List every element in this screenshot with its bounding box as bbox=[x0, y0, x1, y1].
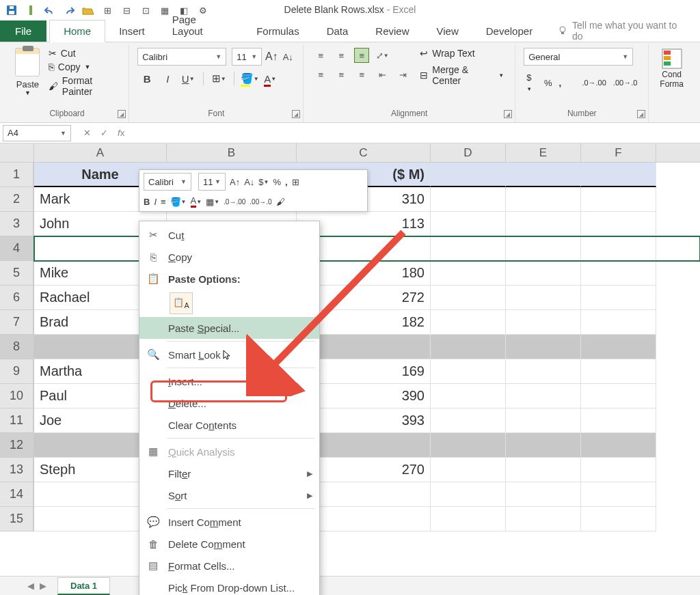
cell-F14[interactable] bbox=[581, 482, 656, 507]
font-name-select[interactable]: Calibri▼ bbox=[137, 48, 226, 66]
col-header-C[interactable]: C bbox=[297, 143, 431, 162]
row-10[interactable]: Paul390 bbox=[34, 384, 700, 409]
cell-F13[interactable] bbox=[581, 458, 656, 482]
font-color-button[interactable]: A ▼ bbox=[263, 71, 277, 86]
cell-F8[interactable] bbox=[581, 335, 656, 359]
insert-function-icon[interactable]: fx bbox=[118, 128, 124, 138]
cell-E5[interactable] bbox=[506, 261, 581, 286]
cell-D13[interactable] bbox=[431, 458, 506, 482]
tab-home[interactable]: Home bbox=[49, 20, 105, 42]
mini-size-select[interactable]: 11▼ bbox=[198, 173, 226, 191]
mini-fill-icon[interactable]: 🪣▼ bbox=[170, 193, 187, 210]
number-launcher[interactable]: ◢ bbox=[637, 110, 645, 118]
row-header-2[interactable]: 2 bbox=[0, 187, 34, 212]
row-header-13[interactable]: 13 bbox=[0, 458, 34, 482]
tree-icon[interactable]: ⊞ bbox=[101, 4, 113, 16]
fill-color-button[interactable]: 🪣 ▼ bbox=[243, 71, 256, 86]
cell-F4[interactable] bbox=[581, 236, 656, 261]
paste-button[interactable]: Paste ▼ bbox=[11, 45, 44, 99]
increase-font-icon[interactable]: A↑ bbox=[265, 49, 278, 64]
copy-button[interactable]: ⎘Copy ▼ bbox=[49, 61, 123, 72]
row-9[interactable]: Martha169 bbox=[34, 359, 700, 384]
sheet-tab-data1[interactable]: Data 1 bbox=[57, 577, 110, 595]
cell-D11[interactable] bbox=[431, 409, 506, 433]
col-header-E[interactable]: E bbox=[506, 143, 581, 162]
row-8[interactable] bbox=[34, 335, 700, 359]
row-header-10[interactable]: 10 bbox=[0, 384, 34, 409]
row-14[interactable] bbox=[34, 482, 700, 507]
row-15[interactable] bbox=[34, 507, 700, 531]
mini-font-select[interactable]: Calibri▼ bbox=[144, 173, 191, 191]
sheet-next-icon[interactable]: ▶ bbox=[40, 581, 46, 591]
tab-page-layout[interactable]: Page Layout bbox=[159, 9, 243, 42]
open-icon[interactable] bbox=[82, 4, 94, 16]
undo-icon[interactable] bbox=[44, 4, 56, 16]
row-13[interactable]: Steph270 bbox=[34, 458, 700, 482]
indent-decrease-icon[interactable]: ⇤ bbox=[375, 67, 390, 82]
group-icon[interactable]: ⊟ bbox=[120, 4, 133, 16]
row-header-14[interactable]: 14 bbox=[0, 482, 34, 507]
cell-D6[interactable] bbox=[431, 286, 506, 310]
cell-D12[interactable] bbox=[431, 433, 506, 458]
col-header-A[interactable]: A bbox=[34, 143, 167, 162]
row-header-15[interactable]: 15 bbox=[0, 507, 34, 531]
cm-insert[interactable]: Insert... bbox=[139, 370, 319, 392]
row-6[interactable]: Rachael272 bbox=[34, 286, 700, 310]
cm-paste-keep-source[interactable]: 📋A bbox=[170, 292, 193, 314]
align-bottom-icon[interactable]: ≡ bbox=[354, 48, 369, 63]
cell-D3[interactable] bbox=[431, 212, 506, 236]
cell-F9[interactable] bbox=[581, 359, 656, 384]
cell-F1[interactable] bbox=[581, 163, 656, 187]
mini-dec-decimal-icon[interactable]: .00→.0 bbox=[250, 193, 271, 210]
tab-developer[interactable]: Developer bbox=[472, 20, 546, 42]
row-4[interactable] bbox=[34, 236, 700, 261]
cm-cut[interactable]: ✂Cut bbox=[139, 224, 319, 246]
name-box[interactable]: A4▼ bbox=[3, 125, 71, 141]
format-painter-button[interactable]: 🖌Format Painter bbox=[49, 75, 123, 97]
align-middle-icon[interactable]: ≡ bbox=[334, 48, 349, 63]
border-button[interactable]: ⊞ ▼ bbox=[212, 71, 226, 86]
bold-button[interactable]: B bbox=[140, 71, 154, 86]
mini-percent-icon[interactable]: % bbox=[273, 174, 282, 190]
row-3[interactable]: John113 bbox=[34, 212, 700, 236]
cell-D4[interactable] bbox=[431, 236, 506, 261]
cell-E13[interactable] bbox=[506, 458, 581, 482]
row-header-5[interactable]: 5 bbox=[0, 261, 34, 286]
row-header-7[interactable]: 7 bbox=[0, 310, 34, 335]
mini-borders-icon[interactable]: ▦▼ bbox=[206, 193, 219, 210]
row-header-9[interactable]: 9 bbox=[0, 359, 34, 384]
cm-insert-comment[interactable]: 💬Insert Comment bbox=[139, 511, 319, 533]
redo-icon[interactable] bbox=[63, 4, 75, 16]
conditional-formatting-button[interactable]: Cond Forma bbox=[654, 45, 689, 92]
cell-E7[interactable] bbox=[506, 310, 581, 335]
tell-me-box[interactable]: Tell me what you want to do bbox=[546, 20, 700, 42]
align-left-icon[interactable]: ≡ bbox=[313, 67, 328, 82]
cm-format-cells[interactable]: ▤Format Cells... bbox=[139, 555, 319, 577]
font-launcher[interactable]: ◢ bbox=[292, 110, 300, 118]
cells[interactable]: Name($ M)Mark310John113Mike180Rachael272… bbox=[34, 163, 700, 531]
row-header-6[interactable]: 6 bbox=[0, 286, 34, 310]
cell-D7[interactable] bbox=[431, 310, 506, 335]
cell-E14[interactable] bbox=[506, 482, 581, 507]
row-headers[interactable]: 123456789101112131415 bbox=[0, 163, 34, 531]
col-header-F[interactable]: F bbox=[581, 143, 656, 162]
decrease-font-icon[interactable]: A↓ bbox=[281, 49, 295, 64]
cm-clear-contents[interactable]: Clear Contents bbox=[139, 414, 319, 436]
cell-E8[interactable] bbox=[506, 335, 581, 359]
cell-D9[interactable] bbox=[431, 359, 506, 384]
cm-sort[interactable]: Sort▶ bbox=[139, 484, 319, 506]
cm-filter[interactable]: Filter▶ bbox=[139, 462, 319, 484]
mini-border-icon[interactable]: ⊞ bbox=[292, 174, 299, 190]
tab-insert[interactable]: Insert bbox=[105, 20, 159, 42]
comma-icon[interactable]: , bbox=[559, 78, 562, 88]
align-center-icon[interactable]: ≡ bbox=[334, 67, 349, 82]
italic-button[interactable]: I bbox=[161, 71, 174, 86]
mini-align-icon[interactable]: ≡ bbox=[161, 193, 166, 210]
cell-D10[interactable] bbox=[431, 384, 506, 409]
align-right-icon[interactable]: ≡ bbox=[354, 67, 369, 82]
cell-D1[interactable] bbox=[431, 163, 506, 187]
save-icon[interactable] bbox=[5, 4, 18, 16]
cell-F6[interactable] bbox=[581, 286, 656, 310]
row-5[interactable]: Mike180 bbox=[34, 261, 700, 286]
row-header-3[interactable]: 3 bbox=[0, 212, 34, 236]
